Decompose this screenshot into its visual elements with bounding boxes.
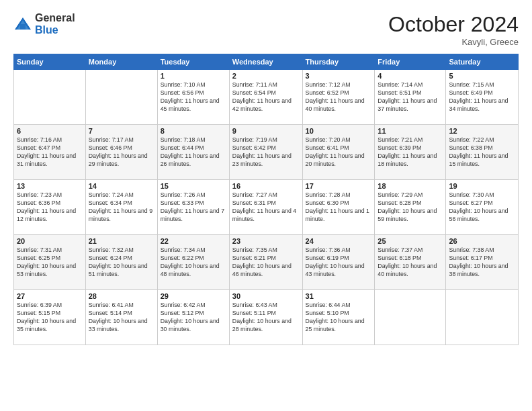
day-number: 19: [449, 182, 515, 190]
header: General Blue October 2024 Kavyli, Greece: [13, 12, 519, 47]
day-number: 11: [378, 127, 443, 135]
table-row: 22Sunrise: 7:34 AM Sunset: 6:22 PM Dayli…: [157, 235, 229, 290]
day-detail: Sunrise: 7:27 AM Sunset: 6:31 PM Dayligh…: [232, 191, 300, 224]
day-number: 21: [89, 237, 154, 245]
day-number: 24: [306, 237, 372, 245]
day-detail: Sunrise: 7:26 AM Sunset: 6:33 PM Dayligh…: [161, 191, 226, 224]
day-detail: Sunrise: 7:19 AM Sunset: 6:42 PM Dayligh…: [232, 136, 300, 169]
day-number: 9: [232, 127, 300, 135]
svg-rect-2: [20, 24, 26, 30]
day-number: 15: [161, 182, 226, 190]
day-number: 16: [232, 182, 300, 190]
table-row: 17Sunrise: 7:28 AM Sunset: 6:30 PM Dayli…: [302, 180, 375, 235]
table-row: 16Sunrise: 7:27 AM Sunset: 6:31 PM Dayli…: [229, 180, 302, 235]
col-tuesday: Tuesday: [157, 54, 229, 70]
day-number: 29: [161, 292, 226, 300]
table-row: 26Sunrise: 7:38 AM Sunset: 6:17 PM Dayli…: [446, 235, 519, 290]
day-detail: Sunrise: 7:29 AM Sunset: 6:28 PM Dayligh…: [378, 191, 443, 224]
day-detail: Sunrise: 7:16 AM Sunset: 6:47 PM Dayligh…: [17, 136, 83, 169]
day-detail: Sunrise: 6:43 AM Sunset: 5:11 PM Dayligh…: [232, 302, 300, 334]
table-row: [85, 70, 157, 125]
table-row: 9Sunrise: 7:19 AM Sunset: 6:42 PM Daylig…: [229, 125, 302, 180]
table-row: 7Sunrise: 7:17 AM Sunset: 6:46 PM Daylig…: [85, 125, 157, 180]
day-detail: Sunrise: 7:14 AM Sunset: 6:51 PM Dayligh…: [378, 81, 443, 113]
day-detail: Sunrise: 7:32 AM Sunset: 6:24 PM Dayligh…: [89, 246, 154, 279]
title-block: October 2024 Kavyli, Greece: [388, 12, 519, 47]
day-number: 7: [89, 127, 154, 135]
table-row: 31Sunrise: 6:44 AM Sunset: 5:10 PM Dayli…: [302, 290, 375, 345]
day-number: 13: [17, 182, 83, 190]
table-row: 25Sunrise: 7:37 AM Sunset: 6:18 PM Dayli…: [375, 235, 446, 290]
day-detail: Sunrise: 7:37 AM Sunset: 6:18 PM Dayligh…: [378, 246, 443, 279]
day-detail: Sunrise: 7:17 AM Sunset: 6:46 PM Dayligh…: [89, 136, 154, 169]
table-row: [14, 70, 86, 125]
day-detail: Sunrise: 7:38 AM Sunset: 6:17 PM Dayligh…: [449, 246, 515, 279]
day-number: 12: [449, 127, 515, 135]
table-row: 15Sunrise: 7:26 AM Sunset: 6:33 PM Dayli…: [157, 180, 229, 235]
day-number: 6: [17, 127, 83, 135]
day-number: 18: [378, 182, 443, 190]
table-row: 6Sunrise: 7:16 AM Sunset: 6:47 PM Daylig…: [14, 125, 86, 180]
month-title: October 2024: [388, 12, 519, 37]
calendar: Sunday Monday Tuesday Wednesday Thursday…: [13, 54, 519, 345]
day-number: 8: [161, 127, 226, 135]
day-number: 27: [17, 292, 83, 300]
day-number: 3: [306, 72, 372, 80]
table-row: 4Sunrise: 7:14 AM Sunset: 6:51 PM Daylig…: [375, 70, 446, 125]
table-row: 13Sunrise: 7:23 AM Sunset: 6:36 PM Dayli…: [14, 180, 86, 235]
day-detail: Sunrise: 7:18 AM Sunset: 6:44 PM Dayligh…: [161, 136, 226, 169]
table-row: [446, 290, 519, 345]
logo: General Blue: [13, 12, 75, 36]
day-detail: Sunrise: 7:28 AM Sunset: 6:30 PM Dayligh…: [306, 191, 372, 224]
day-detail: Sunrise: 7:30 AM Sunset: 6:27 PM Dayligh…: [449, 191, 515, 224]
table-row: 12Sunrise: 7:22 AM Sunset: 6:38 PM Dayli…: [446, 125, 519, 180]
table-row: 27Sunrise: 6:39 AM Sunset: 5:15 PM Dayli…: [14, 290, 86, 345]
day-number: 20: [17, 237, 83, 245]
header-row: Sunday Monday Tuesday Wednesday Thursday…: [14, 54, 519, 70]
day-detail: Sunrise: 7:12 AM Sunset: 6:52 PM Dayligh…: [306, 81, 372, 113]
day-number: 25: [378, 237, 443, 245]
col-saturday: Saturday: [446, 54, 519, 70]
day-number: 14: [89, 182, 154, 190]
col-monday: Monday: [85, 54, 157, 70]
table-row: 20Sunrise: 7:31 AM Sunset: 6:25 PM Dayli…: [14, 235, 86, 290]
table-row: 21Sunrise: 7:32 AM Sunset: 6:24 PM Dayli…: [85, 235, 157, 290]
day-number: 30: [232, 292, 300, 300]
table-row: 29Sunrise: 6:42 AM Sunset: 5:12 PM Dayli…: [157, 290, 229, 345]
day-number: 26: [449, 237, 515, 245]
day-detail: Sunrise: 7:15 AM Sunset: 6:49 PM Dayligh…: [449, 81, 515, 113]
table-row: 2Sunrise: 7:11 AM Sunset: 6:54 PM Daylig…: [229, 70, 302, 125]
day-number: 10: [306, 127, 372, 135]
day-detail: Sunrise: 6:41 AM Sunset: 5:14 PM Dayligh…: [89, 302, 154, 334]
table-row: 3Sunrise: 7:12 AM Sunset: 6:52 PM Daylig…: [302, 70, 375, 125]
location: Kavyli, Greece: [388, 37, 519, 47]
day-detail: Sunrise: 7:21 AM Sunset: 6:39 PM Dayligh…: [378, 136, 443, 169]
table-row: 14Sunrise: 7:24 AM Sunset: 6:34 PM Dayli…: [85, 180, 157, 235]
page: General Blue October 2024 Kavyli, Greece…: [0, 0, 532, 411]
day-detail: Sunrise: 7:20 AM Sunset: 6:41 PM Dayligh…: [306, 136, 372, 169]
day-number: 5: [449, 72, 515, 80]
table-row: 5Sunrise: 7:15 AM Sunset: 6:49 PM Daylig…: [446, 70, 519, 125]
day-detail: Sunrise: 6:44 AM Sunset: 5:10 PM Dayligh…: [306, 302, 372, 334]
day-detail: Sunrise: 7:34 AM Sunset: 6:22 PM Dayligh…: [161, 246, 226, 279]
day-number: 17: [306, 182, 372, 190]
col-friday: Friday: [375, 54, 446, 70]
col-sunday: Sunday: [14, 54, 86, 70]
day-detail: Sunrise: 7:36 AM Sunset: 6:19 PM Dayligh…: [306, 246, 372, 279]
day-detail: Sunrise: 6:42 AM Sunset: 5:12 PM Dayligh…: [161, 302, 226, 334]
day-detail: Sunrise: 7:10 AM Sunset: 6:56 PM Dayligh…: [161, 81, 226, 113]
logo-general: General: [35, 12, 75, 24]
logo-text: General Blue: [35, 12, 75, 36]
day-number: 2: [232, 72, 300, 80]
table-row: 1Sunrise: 7:10 AM Sunset: 6:56 PM Daylig…: [157, 70, 229, 125]
col-wednesday: Wednesday: [229, 54, 302, 70]
table-row: 30Sunrise: 6:43 AM Sunset: 5:11 PM Dayli…: [229, 290, 302, 345]
table-row: 28Sunrise: 6:41 AM Sunset: 5:14 PM Dayli…: [85, 290, 157, 345]
day-detail: Sunrise: 7:24 AM Sunset: 6:34 PM Dayligh…: [89, 191, 154, 224]
day-detail: Sunrise: 7:31 AM Sunset: 6:25 PM Dayligh…: [17, 246, 83, 279]
table-row: 8Sunrise: 7:18 AM Sunset: 6:44 PM Daylig…: [157, 125, 229, 180]
day-detail: Sunrise: 7:23 AM Sunset: 6:36 PM Dayligh…: [17, 191, 83, 224]
day-number: 22: [161, 237, 226, 245]
day-detail: Sunrise: 7:22 AM Sunset: 6:38 PM Dayligh…: [449, 136, 515, 169]
logo-blue: Blue: [35, 24, 75, 36]
